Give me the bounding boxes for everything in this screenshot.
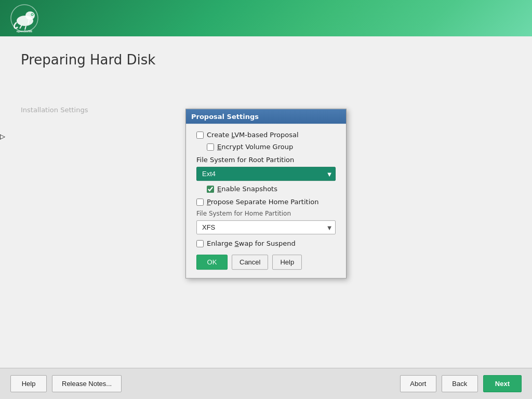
create-lvm-row: Create LVM-based Proposal [196, 131, 336, 139]
abort-button[interactable]: Abort [400, 375, 436, 392]
svg-text:openSUSE: openSUSE [17, 30, 33, 33]
enable-snapshots-row: Enable Snapshots [207, 185, 336, 193]
propose-home-label: Propose Separate Home Partition [207, 198, 318, 206]
enable-snapshots-label: Enable Snapshots [217, 185, 277, 193]
header: openSUSE [0, 0, 532, 36]
enlarge-swap-label: Enlarge Swap for Suspend [207, 240, 296, 247]
dialog-buttons: OK Cancel Help [196, 255, 336, 270]
dialog-overlay: Proposal Settings Create LVM-based Propo… [185, 109, 347, 278]
fs-root-label: File System for Root Partition [196, 156, 336, 164]
background-text: Installation Settings [21, 104, 88, 116]
enable-snapshots-checkbox[interactable] [207, 185, 214, 193]
svg-line-6 [25, 26, 26, 30]
svg-point-2 [25, 11, 35, 20]
encrypt-vg-checkbox[interactable] [207, 143, 214, 151]
fs-root-dropdown-wrapper: Ext4 Ext3 Ext2 XFS Btrfs ▼ [196, 167, 336, 181]
next-button[interactable]: Next [483, 375, 522, 392]
opensuse-logo: openSUSE [10, 4, 39, 33]
fs-root-dropdown[interactable]: Ext4 Ext3 Ext2 XFS Btrfs [196, 167, 336, 181]
fs-home-dropdown[interactable]: XFS Ext4 Ext3 Ext2 Btrfs [196, 220, 336, 234]
cancel-button[interactable]: Cancel [232, 255, 268, 270]
footer: Help Release Notes... Abort Back Next [0, 368, 532, 399]
fs-home-label: File System for Home Partition [196, 210, 336, 217]
logo-area: openSUSE [10, 4, 39, 33]
ok-button[interactable]: OK [196, 255, 228, 270]
release-notes-button[interactable]: Release Notes... [52, 375, 122, 392]
page-title: Preparing Hard Disk [21, 52, 511, 68]
dialog-body: Create LVM-based Proposal Encrypt Volume… [186, 124, 346, 278]
footer-right: Abort Back Next [400, 375, 522, 392]
create-lvm-checkbox[interactable] [196, 131, 204, 139]
footer-left: Help Release Notes... [10, 375, 122, 392]
back-button[interactable]: Back [442, 375, 478, 392]
encrypt-vg-row: Encrypt Volume Group [207, 143, 336, 151]
svg-line-5 [20, 25, 22, 29]
propose-home-row: Propose Separate Home Partition [196, 198, 336, 206]
dialog-titlebar: Proposal Settings [186, 109, 346, 124]
help-dialog-button[interactable]: Help [272, 255, 302, 270]
fs-home-dropdown-wrapper: XFS Ext4 Ext3 Ext2 Btrfs ▼ [196, 220, 336, 234]
create-lvm-label: Create LVM-based Proposal [207, 131, 299, 139]
encrypt-vg-label: Encrypt Volume Group [217, 143, 293, 151]
help-button[interactable]: Help [10, 375, 47, 392]
enlarge-swap-row: Enlarge Swap for Suspend [196, 240, 336, 247]
dialog-title: Proposal Settings [191, 113, 259, 121]
cursor-indicator: ▷ [0, 132, 6, 143]
propose-home-checkbox[interactable] [196, 198, 204, 206]
proposal-settings-dialog: Proposal Settings Create LVM-based Propo… [185, 109, 347, 278]
main-area: Preparing Hard Disk Installation Setting… [0, 36, 532, 368]
enlarge-swap-checkbox[interactable] [196, 240, 204, 247]
svg-point-4 [32, 14, 33, 15]
